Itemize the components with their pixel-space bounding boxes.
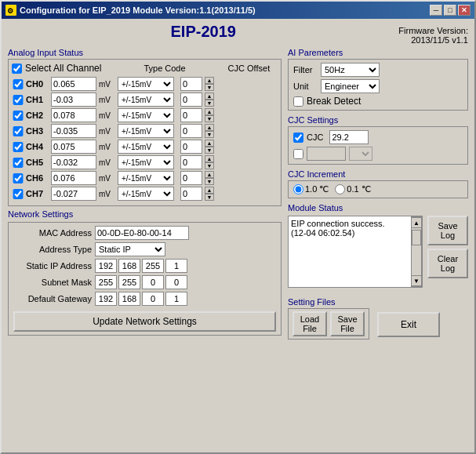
- cjc-row2-input: [307, 147, 346, 161]
- static-ip-3[interactable]: [142, 259, 164, 273]
- ch6-type-select[interactable]: +/-15mV: [118, 171, 174, 185]
- filter-select[interactable]: 50Hz: [321, 63, 380, 77]
- gateway-3[interactable]: [142, 292, 164, 306]
- ch0-type-select[interactable]: +/-15mV: [118, 77, 174, 91]
- cjc-inc-01-radio[interactable]: [335, 184, 345, 194]
- ch5-checkbox[interactable]: [12, 158, 24, 168]
- ch7-spin-up[interactable]: ▲: [205, 187, 214, 194]
- subnet-3[interactable]: [142, 275, 164, 289]
- ch2-spin-up[interactable]: ▲: [205, 108, 214, 115]
- cjc-inc-1-radio[interactable]: [293, 184, 303, 194]
- ch0-label: CH0: [26, 79, 49, 89]
- load-file-button[interactable]: LoadFile: [293, 311, 327, 336]
- static-ip-1[interactable]: [95, 259, 117, 273]
- save-file-button[interactable]: SaveFile: [330, 311, 365, 336]
- ch0-spin-up[interactable]: ▲: [205, 77, 214, 84]
- ch0-value-input[interactable]: [51, 77, 96, 91]
- ch3-value-input[interactable]: [51, 124, 96, 138]
- static-ip-2[interactable]: [118, 259, 140, 273]
- ch2-value-input[interactable]: [51, 108, 96, 122]
- static-ip-4[interactable]: [165, 259, 187, 273]
- update-network-button[interactable]: Update Network Settings: [13, 311, 276, 332]
- ch7-cjc-input[interactable]: [180, 187, 202, 201]
- ch6-cjc-input[interactable]: [180, 171, 202, 185]
- close-button[interactable]: ✕: [458, 5, 471, 16]
- scroll-thumb[interactable]: [412, 230, 421, 245]
- ch7-spin-down[interactable]: ▼: [205, 194, 214, 201]
- ch0-unit: mV: [99, 80, 116, 89]
- ch7-unit: mV: [99, 190, 116, 198]
- scroll-up-arrow[interactable]: ▲: [411, 217, 422, 228]
- log-scrollbar[interactable]: ▲ ▼: [411, 216, 422, 287]
- ch4-cjc-input[interactable]: [180, 140, 202, 154]
- addr-type-select[interactable]: Static IP: [95, 242, 165, 256]
- ch7-value-input[interactable]: [51, 187, 96, 201]
- ch6-unit: mV: [99, 174, 116, 183]
- maximize-button[interactable]: □: [444, 5, 456, 16]
- ch1-value-input[interactable]: [51, 93, 96, 107]
- ch5-spin-up[interactable]: ▲: [205, 155, 214, 162]
- gateway-1[interactable]: [95, 292, 117, 306]
- ch4-checkbox[interactable]: [12, 142, 24, 152]
- ch2-cjc-input[interactable]: [180, 108, 202, 122]
- ch3-spin-up[interactable]: ▲: [205, 124, 214, 131]
- scroll-down-arrow[interactable]: ▼: [411, 275, 422, 286]
- cjc-checkbox[interactable]: [293, 133, 303, 143]
- channel-row-ch3: CH3 mV +/-15mV ▲ ▼: [12, 124, 278, 138]
- ch3-label: CH3: [26, 126, 49, 136]
- ch6-spin-up[interactable]: ▲: [205, 171, 214, 178]
- subnet-4[interactable]: [165, 275, 187, 289]
- channel-row-ch1: CH1 mV +/-15mV ▲ ▼: [12, 93, 278, 107]
- ch5-type-select[interactable]: +/-15mV: [118, 155, 174, 169]
- ch0-cjc-input[interactable]: [180, 77, 202, 91]
- save-log-button[interactable]: SaveLog: [427, 216, 468, 245]
- ch6-spin-down[interactable]: ▼: [205, 178, 214, 185]
- unit-select[interactable]: Engineer: [321, 79, 380, 93]
- ch7-checkbox[interactable]: [12, 189, 24, 199]
- ch5-cjc-input[interactable]: [180, 155, 202, 169]
- ch3-checkbox[interactable]: [12, 126, 24, 136]
- select-all-checkbox[interactable]: [12, 64, 22, 74]
- ch5-value-input[interactable]: [51, 155, 96, 169]
- cjc-row2-checkbox[interactable]: [293, 149, 303, 159]
- ch1-checkbox[interactable]: [12, 95, 24, 105]
- network-box: MAC Address Address Type Static IP Stati…: [8, 222, 282, 336]
- gateway-4[interactable]: [165, 292, 187, 306]
- ch5-cjc-spinner: ▲ ▼: [205, 155, 214, 169]
- ch0-spin-down[interactable]: ▼: [205, 84, 214, 91]
- minimize-button[interactable]: ─: [430, 5, 442, 16]
- unit-label: Unit: [293, 82, 321, 91]
- ch6-value-input[interactable]: [51, 171, 96, 185]
- ch0-checkbox[interactable]: [12, 79, 24, 89]
- ch1-spin-down[interactable]: ▼: [205, 100, 214, 107]
- svg-text:⚙: ⚙: [7, 7, 13, 15]
- ch4-value-input[interactable]: [51, 140, 96, 154]
- ch4-spin-down[interactable]: ▼: [205, 147, 214, 154]
- clear-log-button[interactable]: ClearLog: [427, 249, 468, 278]
- subnet-1[interactable]: [95, 275, 117, 289]
- app-icon: ⚙: [5, 5, 16, 16]
- ch1-spin-up[interactable]: ▲: [205, 93, 214, 100]
- mac-input[interactable]: [95, 226, 189, 240]
- subnet-2[interactable]: [118, 275, 140, 289]
- cjc-value-input[interactable]: [329, 130, 369, 144]
- exit-button[interactable]: Exit: [377, 312, 440, 337]
- ch3-cjc-input[interactable]: [180, 124, 202, 138]
- ch7-type-select[interactable]: +/-15mV: [118, 187, 174, 201]
- ch2-spin-down[interactable]: ▼: [205, 115, 214, 122]
- ch1-cjc-input[interactable]: [180, 93, 202, 107]
- ch6-checkbox[interactable]: [12, 173, 24, 183]
- ch1-type-select[interactable]: +/-15mV: [118, 93, 174, 107]
- ch5-spin-down[interactable]: ▼: [205, 162, 214, 169]
- ch4-spin-up[interactable]: ▲: [205, 140, 214, 147]
- ch2-checkbox[interactable]: [12, 111, 24, 121]
- ch4-type-select[interactable]: +/-15mV: [118, 140, 174, 154]
- ch3-spin-down[interactable]: ▼: [205, 131, 214, 138]
- ch3-cjc-spinner: ▲ ▼: [205, 124, 214, 138]
- cjc-label: CJC: [307, 133, 323, 142]
- break-detect-label: Break Detect: [307, 96, 361, 107]
- break-detect-checkbox[interactable]: [293, 96, 303, 107]
- ch2-type-select[interactable]: +/-15mV: [118, 108, 174, 122]
- gateway-2[interactable]: [118, 292, 140, 306]
- ch3-type-select[interactable]: +/-15mV: [118, 124, 174, 138]
